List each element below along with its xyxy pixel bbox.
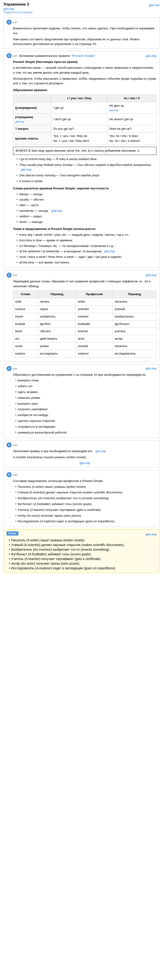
answer-sentence-5: Актёр (An actor) получает призы (wins pr… — [9, 562, 157, 565]
tense-row-1: (отрицание) gdz.top I don't get up He do… — [13, 114, 157, 125]
step-4-label: шаг — [13, 367, 17, 370]
wm-answer: gdz.top — [146, 533, 157, 536]
word-cell-7-3: исследователь — [113, 350, 157, 357]
step-6-box: 6 шаг Составим предложения, используя пр… — [3, 470, 160, 527]
word-cell-0-0: write — [13, 298, 38, 305]
answer-label: Ответ — [6, 531, 18, 536]
tense-val-0-1: I get up — [51, 102, 108, 113]
answer-sentence-2: Изобретатель (An inventor) изобретает чт… — [9, 548, 157, 551]
examples-list: I go to school every day — Я хожу в школ… — [13, 157, 157, 184]
grammar-use: Используется, чтобы рассказать о привычк… — [13, 76, 157, 86]
step-2-number: 2 — [6, 53, 12, 58]
freq-5: never — никогда — [17, 220, 157, 224]
also-3: at the weekend / at weekends — в выходны… — [17, 249, 157, 254]
step-4-box: 4 шаг gdz.top Обратимся к достижениям из… — [3, 364, 160, 438]
page-subtitle: Подробное решение — [3, 11, 33, 14]
word-cell-2-1: изобретать — [38, 313, 76, 320]
step-1-number: 1 — [6, 19, 12, 25]
tense-val-1-1: I don't get up — [51, 114, 108, 125]
answer-sentence-3: Футболист (A footballer) забивает голы (… — [9, 552, 157, 556]
achievement-2: сдать экзамен — [15, 390, 157, 395]
wt-col0: Слово — [13, 291, 38, 298]
wm-table: gdz.top — [109, 108, 154, 113]
word-row-1: scienceнаукаscientistучёный — [13, 305, 157, 313]
wm-also3: gdz.top — [104, 250, 115, 253]
step-6-intro: Составим предложения, используя професси… — [13, 479, 157, 484]
step-6-header: 6 шаг — [6, 472, 157, 477]
word-cell-7-0: explore — [13, 350, 38, 357]
wm-5: gdz.top — [95, 449, 106, 453]
freq-3: sometimes — иногда gdz.top — [17, 208, 157, 213]
sentence-1: Учёный (A scientist) делает научные откр… — [15, 490, 157, 495]
step-1-header: 1 шаг — [6, 19, 157, 25]
word-row-6: novelроманnovelistписатель — [13, 343, 157, 350]
achievement-1: забить гол — [15, 384, 157, 389]
achievement-7: сделать научное открытие — [15, 418, 157, 423]
word-cell-0-3: писатель — [113, 298, 157, 305]
answer-sentence-6: Исследователь (A explorer) ездит в экспе… — [9, 566, 157, 570]
step-4-number: 4 — [6, 366, 12, 371]
watermark-top: gdz.top — [3, 7, 33, 11]
tense-row-2: ? вопрос Do you get up? Does he get up? — [13, 125, 157, 132]
word-cell-6-1: роман — [38, 343, 76, 350]
tense-col2: he / she / it — [108, 95, 157, 102]
word-row-2: inventизобретатьinventorизобретатель — [13, 313, 157, 320]
step-3-box: 3 шаг gdz.top Переведём данные слова, об… — [3, 270, 160, 361]
wm-neg: gdz.top — [15, 120, 49, 124]
step-1-box: 1 шаг Внимательно прочитаем задание, что… — [3, 18, 160, 49]
step-6-content: Составим предложения, используя професси… — [13, 479, 157, 524]
tense-col1: I / you / we / they — [51, 95, 108, 102]
also-title: Также в предложениях в Present Simple ис… — [13, 227, 157, 232]
freq-4: seldom — редко — [17, 214, 157, 219]
freq-title: Слова-указатели времени Present Simple: … — [13, 186, 157, 191]
step-4-intro: Обратимся к достижениям из упражнения 1 … — [13, 372, 157, 377]
tense-val-3-2: Yes, he / she / it does No, he / she / i… — [108, 132, 157, 145]
word-cell-5-0: act — [13, 335, 38, 343]
word-cell-5-3: актёр — [113, 335, 157, 343]
freq-2: often — часто — [17, 203, 157, 208]
word-cell-4-0: teach — [13, 328, 38, 335]
wm-2: "Present Simple" — [71, 54, 95, 57]
word-cell-3-0: football — [13, 320, 38, 328]
step-3-header: 3 шаг gdz.top — [6, 272, 157, 278]
also-list: every day / week/ month / year, etc. — к… — [13, 232, 157, 265]
achievement-9: заниматься волонтёрской работой — [15, 430, 157, 435]
exercise-title: Упражнение 3 — [3, 2, 33, 6]
step-2-intro-inline: Вспомним грамматическое правило "Present… — [19, 54, 96, 57]
also-1: from time to time — время от времени; — [17, 238, 157, 243]
sentence-6: Исследователь (A explorer) ездит в экспе… — [15, 519, 157, 524]
word-row-4: teachобучатьteacherучитель — [13, 328, 157, 335]
step-3-intro: Переведём данные слова, образуем от них … — [13, 279, 157, 289]
step-5-box: 5 шаг Прочитаем пример и при необходимос… — [3, 440, 160, 468]
wt-col1: Перевод — [38, 291, 76, 298]
word-cell-3-3: футболист — [113, 320, 157, 328]
tense-label-3: краткие ответы — [13, 132, 51, 145]
example-1: They usually play football every Sunday … — [17, 162, 157, 172]
tense-col0 — [13, 95, 51, 102]
word-cell-5-1: действовать — [38, 335, 76, 343]
sentence-3: Футболист (A footballer) забивает голы (… — [15, 502, 157, 507]
word-cell-2-3: изобретатель — [113, 313, 157, 320]
answer-sentence-0: Писатель (A writer) пишет романы (writes… — [9, 538, 157, 542]
word-cell-1-3: учёный — [113, 305, 157, 313]
step-5-content: Прочитаем пример и при необходимости пер… — [13, 449, 157, 465]
step-5-label: шаг — [13, 444, 17, 446]
word-cell-1-1: наука — [38, 305, 76, 313]
sentence-5: Актёр (An actor) получает призы (wins pr… — [15, 514, 157, 518]
answer-sentences-list: Писатель (A writer) пишет романы (writes… — [6, 538, 157, 570]
word-cell-4-1: обучать — [38, 328, 76, 335]
tense-label-2: ? вопрос — [13, 125, 51, 132]
word-cell-0-1: писать — [38, 298, 76, 305]
freq-0: always — всегда — [17, 192, 157, 197]
word-cell-7-2: explorer — [76, 350, 113, 357]
step-2-label: шаг — [13, 54, 17, 57]
freq-list: always — всегда usually — обычно often —… — [13, 192, 157, 224]
word-cell-6-2: novelist — [76, 343, 113, 350]
step-4-header: 4 шаг gdz.top — [6, 366, 157, 371]
header: Упражнение 3 gdz.top Подробное решение g… — [3, 2, 160, 15]
word-cell-4-2: teacher — [76, 328, 113, 335]
step-6-number: 6 — [6, 472, 12, 477]
tense-val-0-2: He gets up gdz.top — [108, 102, 157, 113]
word-cell-3-1: футбол — [38, 320, 76, 328]
word-cell-2-2: inventor — [76, 313, 113, 320]
